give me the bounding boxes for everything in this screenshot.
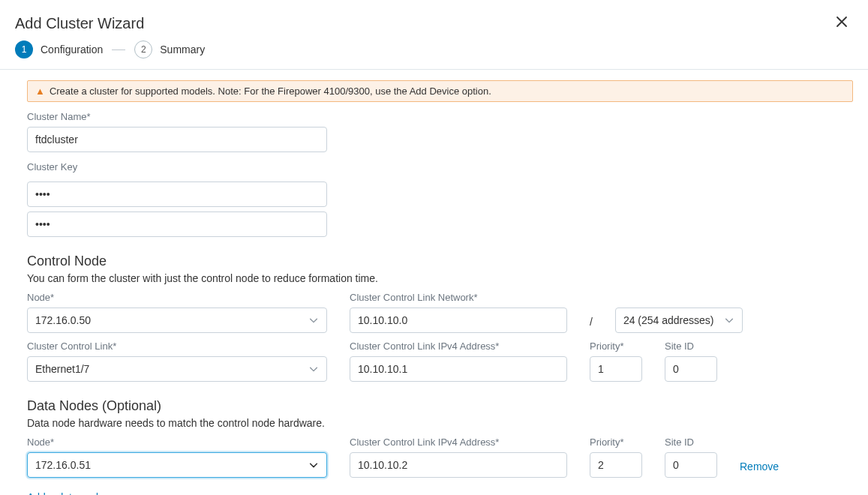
priority-label: Priority*: [590, 340, 642, 352]
cidr-slash: /: [590, 316, 593, 333]
chevron-down-icon: [308, 315, 319, 326]
cluster-key-input-2[interactable]: [27, 212, 327, 237]
control-node-title: Control Node: [27, 254, 853, 269]
ccl-network-input[interactable]: [350, 308, 567, 333]
ccl-ipv4-input[interactable]: [350, 356, 567, 382]
priority-input[interactable]: [590, 356, 642, 382]
cluster-name-label: Cluster Name*: [27, 111, 853, 122]
data-nodes-title: Data Nodes (Optional): [27, 398, 853, 414]
site-id-label: Site ID: [665, 340, 717, 352]
chevron-down-icon: [308, 460, 319, 470]
data-nodes-desc: Data node hardware needs to match the co…: [27, 417, 853, 429]
ccl-value: Ethernet1/7: [35, 363, 89, 375]
cluster-name-input[interactable]: [27, 127, 327, 152]
ccl-label: Cluster Control Link*: [27, 340, 327, 352]
data-node-node-value: 172.16.0.51: [35, 459, 91, 471]
step-summary[interactable]: 2 Summary: [134, 40, 205, 58]
data-ccl-ipv4-label: Cluster Control Link IPv4 Address*: [350, 436, 567, 448]
cluster-key-label: Cluster Key: [27, 161, 853, 172]
warning-icon: ▲: [35, 86, 45, 97]
chevron-down-icon: [724, 315, 734, 326]
data-site-id-label: Site ID: [665, 436, 717, 448]
step-configuration[interactable]: 1 Configuration: [15, 40, 103, 58]
data-node-node-label: Node*: [27, 436, 327, 448]
data-priority-label: Priority*: [590, 436, 642, 448]
step-num-1: 1: [15, 40, 33, 58]
ccl-ipv4-label: Cluster Control Link IPv4 Address*: [350, 340, 567, 352]
add-data-node-link[interactable]: Add a data node: [27, 491, 104, 495]
control-node-node-select[interactable]: 172.16.0.50: [27, 308, 327, 333]
wizard-stepper: 1 Configuration 2 Summary: [0, 40, 868, 70]
control-node-node-label: Node*: [27, 292, 327, 303]
step-label-1: Configuration: [41, 44, 103, 56]
data-site-id-input[interactable]: [665, 452, 717, 478]
cidr-select[interactable]: 24 (254 addresses): [615, 308, 743, 333]
data-priority-input[interactable]: [590, 452, 642, 478]
step-divider: [112, 50, 125, 50]
ccl-select[interactable]: Ethernet1/7: [27, 356, 327, 382]
close-button[interactable]: [830, 14, 853, 33]
chevron-down-icon: [308, 364, 319, 374]
data-ccl-ipv4-input[interactable]: [350, 452, 567, 478]
banner-text: Create a cluster for supported models. N…: [50, 86, 491, 97]
control-node-desc: You can form the cluster with just the c…: [27, 272, 853, 284]
remove-data-node-link[interactable]: Remove: [740, 460, 779, 478]
cidr-value: 24 (254 addresses): [623, 314, 714, 326]
cluster-key-input-1[interactable]: [27, 182, 327, 207]
step-label-2: Summary: [160, 44, 205, 56]
step-num-2: 2: [134, 40, 152, 58]
close-icon: [835, 15, 848, 28]
ccl-network-label: Cluster Control Link Network*: [350, 292, 567, 303]
info-banner: ▲ Create a cluster for supported models.…: [27, 80, 853, 102]
control-node-node-value: 172.16.0.50: [35, 314, 91, 326]
dialog-title: Add Cluster Wizard: [15, 15, 144, 32]
data-node-node-select[interactable]: 172.16.0.51: [27, 452, 327, 478]
site-id-input[interactable]: [665, 356, 717, 382]
